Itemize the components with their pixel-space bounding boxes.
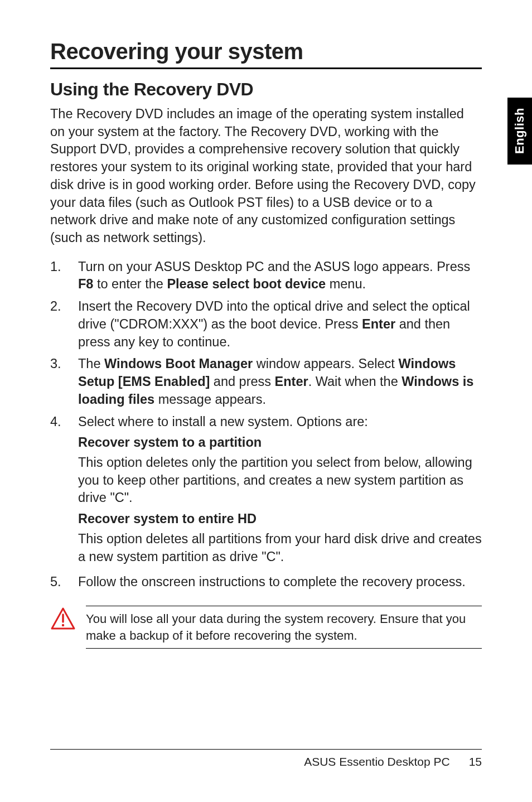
step-item: 1.Turn on your ASUS Desktop PC and the A… (50, 258, 482, 293)
warning-icon (50, 607, 76, 632)
step-text: Follow the onscreen instructions to comp… (78, 573, 482, 591)
page-footer: ASUS Essentio Desktop PC 15 (50, 749, 482, 769)
step-item: 2.Insert the Recovery DVD into the optic… (50, 298, 482, 351)
step-item: 5.Follow the onscreen instructions to co… (50, 573, 482, 591)
svg-point-1 (62, 624, 64, 626)
section-title: Using the Recovery DVD (50, 79, 482, 100)
step-subheading: Recover system to entire HD (78, 510, 482, 528)
steps-list: 1.Turn on your ASUS Desktop PC and the A… (50, 258, 482, 591)
step-number: 1. (50, 258, 78, 293)
warning-text: You will lose all your data during the s… (86, 606, 482, 649)
step-text: Select where to install a new system. Op… (78, 413, 482, 431)
footer-page-number: 15 (469, 755, 482, 769)
step-content: Insert the Recovery DVD into the optical… (78, 298, 482, 351)
footer-product: ASUS Essentio Desktop PC (304, 755, 449, 769)
step-content: Follow the onscreen instructions to comp… (78, 573, 482, 591)
step-content: The Windows Boot Manager window appears.… (78, 355, 482, 408)
step-text: Turn on your ASUS Desktop PC and the ASU… (78, 258, 482, 293)
step-subheading: Recover system to a partition (78, 434, 482, 452)
intro-paragraph: The Recovery DVD includes an image of th… (50, 105, 482, 247)
step-content: Select where to install a new system. Op… (78, 413, 482, 569)
step-text: The Windows Boot Manager window appears.… (78, 355, 482, 408)
step-number: 5. (50, 573, 78, 591)
step-item: 4.Select where to install a new system. … (50, 413, 482, 569)
step-subparagraph: This option deletes all partitions from … (78, 530, 482, 566)
step-text: Insert the Recovery DVD into the optical… (78, 298, 482, 351)
step-number: 3. (50, 355, 78, 408)
step-content: Turn on your ASUS Desktop PC and the ASU… (78, 258, 482, 293)
step-item: 3.The Windows Boot Manager window appear… (50, 355, 482, 408)
step-subparagraph: This option deletes only the partition y… (78, 454, 482, 507)
warning-callout: You will lose all your data during the s… (50, 601, 482, 653)
language-tab: English (507, 98, 532, 165)
chapter-title: Recovering your system (50, 39, 482, 69)
step-number: 2. (50, 298, 78, 351)
step-number: 4. (50, 413, 78, 569)
